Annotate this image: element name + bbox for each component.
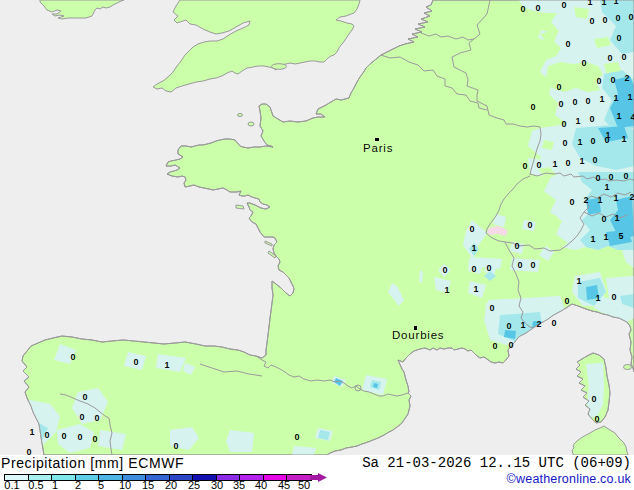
- svg-text:Dourbies: Dourbies: [392, 329, 444, 341]
- svg-text:2: 2: [624, 73, 629, 83]
- svg-text:0: 0: [506, 321, 511, 331]
- svg-text:0: 0: [611, 292, 616, 302]
- svg-text:0: 0: [522, 161, 527, 171]
- svg-text:0: 0: [92, 434, 97, 444]
- svg-text:0: 0: [514, 241, 519, 251]
- svg-text:1: 1: [587, 0, 592, 7]
- svg-text:0: 0: [173, 441, 178, 451]
- svg-text:0: 0: [469, 224, 474, 234]
- svg-text:1: 1: [520, 320, 525, 330]
- svg-text:0: 0: [616, 33, 621, 43]
- svg-text:0: 0: [471, 264, 476, 274]
- svg-text:0: 0: [508, 340, 513, 350]
- svg-text:1: 1: [599, 94, 604, 104]
- svg-text:0: 0: [589, 114, 594, 124]
- svg-text:1: 1: [616, 111, 621, 121]
- svg-text:1: 1: [603, 232, 608, 242]
- svg-text:0: 0: [602, 15, 607, 25]
- svg-text:0: 0: [530, 102, 535, 112]
- svg-text:1: 1: [613, 193, 618, 203]
- svg-text:0: 0: [26, 447, 31, 455]
- svg-text:0: 0: [486, 263, 491, 273]
- svg-text:0: 0: [590, 136, 595, 146]
- svg-text:0: 0: [562, 138, 567, 148]
- svg-text:1: 1: [590, 234, 595, 244]
- svg-text:0: 0: [489, 303, 494, 313]
- svg-text:0: 0: [595, 173, 600, 183]
- svg-text:0: 0: [492, 341, 497, 351]
- svg-text:1: 1: [621, 134, 626, 144]
- svg-text:1: 1: [579, 156, 584, 166]
- svg-text:0: 0: [556, 82, 561, 92]
- svg-text:0: 0: [628, 12, 633, 22]
- svg-text:1: 1: [613, 0, 618, 6]
- svg-text:0: 0: [520, 4, 525, 14]
- svg-text:2: 2: [629, 192, 634, 202]
- svg-text:4: 4: [630, 112, 634, 122]
- svg-text:0: 0: [82, 392, 87, 402]
- svg-text:0: 0: [70, 352, 75, 362]
- svg-text:0: 0: [596, 76, 601, 86]
- svg-text:0: 0: [294, 432, 299, 442]
- svg-text:0: 0: [615, 13, 620, 23]
- svg-text:1: 1: [614, 213, 619, 223]
- svg-text:1: 1: [597, 195, 602, 205]
- svg-text:0: 0: [133, 357, 138, 367]
- svg-text:0: 0: [561, 0, 566, 10]
- svg-text:Paris: Paris: [363, 142, 393, 154]
- svg-text:0: 0: [565, 39, 570, 49]
- svg-text:1: 1: [473, 284, 478, 294]
- svg-text:0: 0: [558, 99, 563, 109]
- svg-text:0: 0: [61, 431, 66, 441]
- svg-text:0: 0: [581, 58, 586, 68]
- svg-text:5: 5: [618, 231, 623, 241]
- svg-text:1: 1: [601, 0, 606, 7]
- svg-text:1: 1: [552, 159, 557, 169]
- svg-text:1: 1: [627, 92, 632, 102]
- svg-text:0: 0: [601, 214, 606, 224]
- svg-text:0: 0: [569, 197, 574, 207]
- svg-text:0: 0: [564, 296, 569, 306]
- svg-text:1: 1: [604, 182, 609, 192]
- svg-text:0: 0: [517, 260, 522, 270]
- svg-text:0: 0: [561, 119, 566, 129]
- svg-text:0: 0: [536, 160, 541, 170]
- svg-text:2: 2: [536, 319, 541, 329]
- svg-text:0: 0: [610, 75, 615, 85]
- svg-text:1: 1: [576, 276, 581, 286]
- svg-text:0: 0: [551, 318, 556, 328]
- svg-text:1: 1: [471, 243, 476, 253]
- svg-text:1: 1: [595, 293, 600, 303]
- svg-text:0: 0: [604, 135, 609, 145]
- svg-text:1: 1: [29, 427, 34, 437]
- svg-text:0: 0: [77, 432, 82, 442]
- svg-text:0: 0: [527, 220, 532, 230]
- svg-text:1: 1: [613, 93, 618, 103]
- svg-text:1: 1: [444, 285, 449, 295]
- svg-text:0: 0: [565, 158, 570, 168]
- svg-text:0: 0: [442, 265, 447, 275]
- svg-text:0: 0: [94, 413, 99, 423]
- svg-text:0: 0: [572, 97, 577, 107]
- svg-text:0: 0: [608, 172, 613, 182]
- svg-text:0: 0: [594, 414, 599, 424]
- svg-text:0: 0: [592, 155, 597, 165]
- svg-text:0: 0: [623, 171, 628, 181]
- svg-text:0: 0: [589, 16, 594, 26]
- svg-text:0: 0: [44, 430, 49, 440]
- svg-text:0: 0: [621, 52, 626, 62]
- svg-text:2: 2: [583, 195, 588, 205]
- svg-text:1: 1: [164, 360, 169, 370]
- svg-text:0: 0: [530, 260, 535, 270]
- svg-text:0: 0: [585, 96, 590, 106]
- svg-text:1: 1: [577, 137, 582, 147]
- svg-text:0: 0: [79, 412, 84, 422]
- svg-text:0: 0: [607, 53, 612, 63]
- svg-text:1: 1: [575, 116, 580, 126]
- svg-text:0: 0: [535, 3, 540, 13]
- svg-text:0: 0: [591, 394, 596, 404]
